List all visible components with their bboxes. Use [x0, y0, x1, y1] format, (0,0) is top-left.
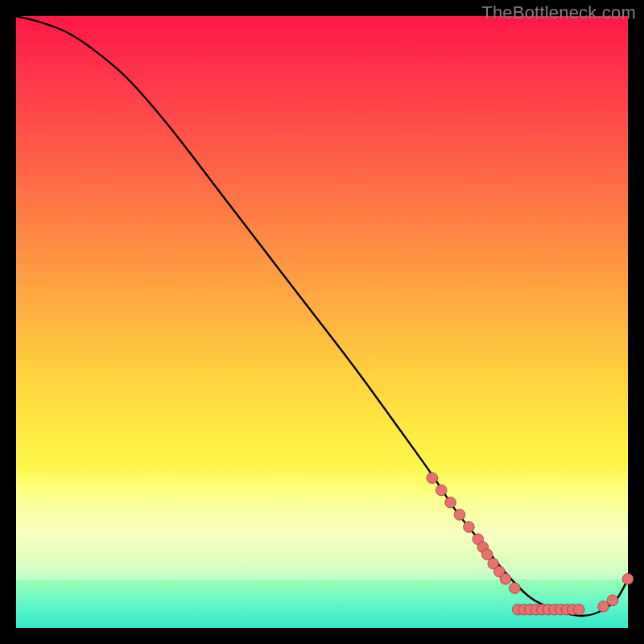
bottleneck-curve — [16, 16, 628, 616]
data-point — [500, 573, 511, 584]
attribution-watermark: TheBottleneck.com — [481, 2, 636, 23]
data-point — [481, 549, 493, 560]
data-point — [573, 604, 584, 615]
data-point — [607, 595, 618, 606]
data-point — [510, 583, 521, 594]
chart-overlay — [16, 16, 628, 628]
curve-markers — [427, 473, 634, 615]
data-point — [464, 522, 475, 533]
data-point — [454, 510, 465, 521]
data-point — [598, 601, 609, 613]
data-point — [427, 473, 438, 484]
stage: TheBottleneck.com — [0, 0, 644, 644]
data-point — [622, 573, 634, 584]
data-point — [436, 485, 447, 496]
data-point — [445, 497, 456, 508]
